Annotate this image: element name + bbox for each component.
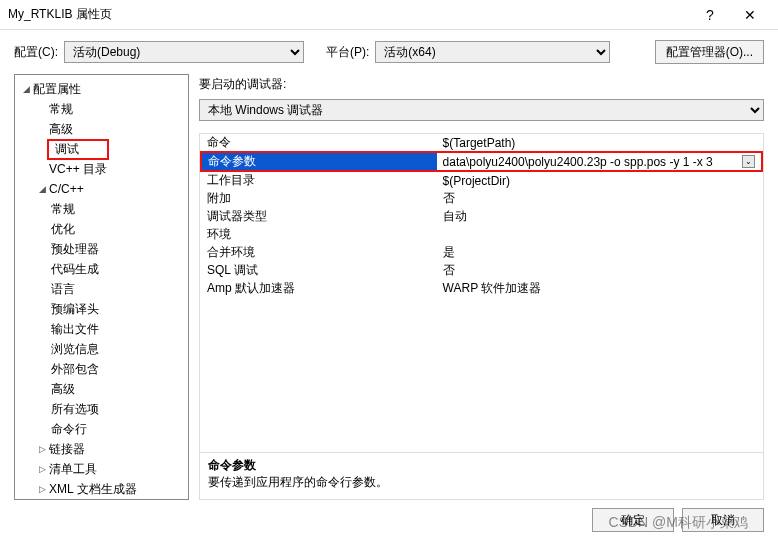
tree-item-cpp-pch[interactable]: 预编译头 <box>17 299 186 319</box>
tree-item-cpp-general[interactable]: 常规 <box>17 199 186 219</box>
tree-item-debug[interactable]: 调试 <box>17 139 186 159</box>
tree-root[interactable]: ◢ 配置属性 <box>17 79 186 99</box>
tree-item-cpp-lang[interactable]: 语言 <box>17 279 186 299</box>
prop-row-workdir[interactable]: 工作目录$(ProjectDir) <box>201 171 762 189</box>
prop-row-command[interactable]: 命令$(TargetPath) <box>201 134 762 152</box>
description-box: 命令参数 要传递到应用程序的命令行参数。 <box>200 452 763 499</box>
tree-item-linker[interactable]: ▷链接器 <box>17 439 186 459</box>
prop-row-sql[interactable]: SQL 调试否 <box>201 261 762 279</box>
tree-item-cpp-all[interactable]: 所有选项 <box>17 399 186 419</box>
tree-item-cpp-codegen[interactable]: 代码生成 <box>17 259 186 279</box>
window-title: My_RTKLIB 属性页 <box>8 6 690 23</box>
tree-item-cpp-cmdline[interactable]: 命令行 <box>17 419 186 439</box>
config-select[interactable]: 活动(Debug) <box>64 41 304 63</box>
tree-item-cpp-external[interactable]: 外部包含 <box>17 359 186 379</box>
prop-row-attach[interactable]: 附加否 <box>201 189 762 207</box>
tree-pane: ◢ 配置属性 常规 高级 调试 VC++ 目录 ◢C/C++ 常规 优化 预处理… <box>14 74 189 500</box>
prop-row-amp[interactable]: Amp 默认加速器WARP 软件加速器 <box>201 279 762 297</box>
right-pane: 要启动的调试器: 本地 Windows 调试器 命令$(TargetPath) … <box>199 74 764 500</box>
tree-item-cpp[interactable]: ◢C/C++ <box>17 179 186 199</box>
ok-button[interactable]: 确定 <box>592 508 674 532</box>
prop-row-mergeenv[interactable]: 合并环境是 <box>201 243 762 261</box>
tree-item-cpp-browse[interactable]: 浏览信息 <box>17 339 186 359</box>
expand-icon: ▷ <box>35 444 49 454</box>
tree-item-general[interactable]: 常规 <box>17 99 186 119</box>
cancel-button[interactable]: 取消 <box>682 508 764 532</box>
main-area: ◢ 配置属性 常规 高级 调试 VC++ 目录 ◢C/C++ 常规 优化 预处理… <box>0 70 778 500</box>
collapse-icon: ◢ <box>19 84 33 94</box>
collapse-icon: ◢ <box>35 184 49 194</box>
desc-text: 要传递到应用程序的命令行参数。 <box>208 474 755 491</box>
config-row: 配置(C): 活动(Debug) 平台(P): 活动(x64) 配置管理器(O)… <box>0 30 778 70</box>
tree-item-advanced[interactable]: 高级 <box>17 119 186 139</box>
tree-item-cpp-optimize[interactable]: 优化 <box>17 219 186 239</box>
prop-row-args[interactable]: 命令参数 data\polyu2400\polyu2400.23p -o spp… <box>201 152 762 171</box>
tree-item-cpp-adv[interactable]: 高级 <box>17 379 186 399</box>
tree-item-cpp-output[interactable]: 输出文件 <box>17 319 186 339</box>
titlebar: My_RTKLIB 属性页 ? ✕ <box>0 0 778 30</box>
footer: 确定 取消 <box>0 496 778 544</box>
debugger-select[interactable]: 本地 Windows 调试器 <box>199 99 764 121</box>
prop-args-value[interactable]: data\polyu2400\polyu2400.23p -o spp.pos … <box>443 155 713 169</box>
prop-row-dbgtype[interactable]: 调试器类型自动 <box>201 207 762 225</box>
tree-item-vcdirs[interactable]: VC++ 目录 <box>17 159 186 179</box>
desc-title: 命令参数 <box>208 457 755 474</box>
expand-icon: ▷ <box>35 464 49 474</box>
debugger-label: 要启动的调试器: <box>199 76 764 93</box>
config-manager-button[interactable]: 配置管理器(O)... <box>655 40 764 64</box>
expand-icon: ▷ <box>35 484 49 494</box>
platform-select[interactable]: 活动(x64) <box>375 41 610 63</box>
props-grid: 命令$(TargetPath) 命令参数 data\polyu2400\poly… <box>199 133 764 500</box>
prop-row-env[interactable]: 环境 <box>201 225 762 243</box>
tree-item-cpp-preproc[interactable]: 预处理器 <box>17 239 186 259</box>
close-button[interactable]: ✕ <box>730 7 770 23</box>
config-label: 配置(C): <box>14 44 58 61</box>
platform-label: 平台(P): <box>326 44 369 61</box>
tree-item-manifest[interactable]: ▷清单工具 <box>17 459 186 479</box>
help-button[interactable]: ? <box>690 7 730 23</box>
dropdown-icon[interactable]: ⌄ <box>742 155 755 168</box>
